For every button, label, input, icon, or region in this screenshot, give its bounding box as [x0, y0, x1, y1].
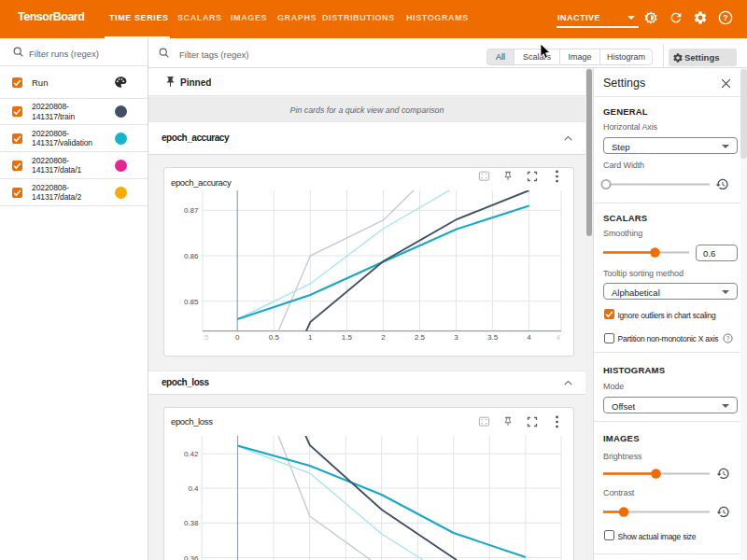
svg-text:0: 0 — [235, 333, 240, 342]
svg-text:0.42: 0.42 — [184, 450, 199, 458]
svg-text:0.85: 0.85 — [184, 298, 199, 306]
svg-text:0.5: 0.5 — [269, 333, 280, 342]
svg-text:?: ? — [723, 13, 727, 22]
svg-text:5: 5 — [204, 333, 209, 342]
svg-text:4: 4 — [527, 333, 531, 342]
svg-text:3.5: 3.5 — [487, 333, 499, 342]
svg-text:4: 4 — [557, 333, 561, 342]
svg-text:0.36: 0.36 — [184, 554, 199, 560]
svg-text:2.5: 2.5 — [415, 333, 426, 342]
svg-text:1.5: 1.5 — [342, 333, 353, 342]
svg-text:?: ? — [726, 335, 730, 342]
svg-text:0.86: 0.86 — [184, 252, 199, 260]
svg-text:2: 2 — [381, 333, 386, 342]
svg-text:0.38: 0.38 — [184, 519, 199, 527]
svg-text:0.87: 0.87 — [184, 206, 199, 215]
svg-text:1: 1 — [308, 333, 313, 342]
svg-text:0.4: 0.4 — [188, 484, 199, 493]
svg-text:3: 3 — [454, 333, 458, 342]
